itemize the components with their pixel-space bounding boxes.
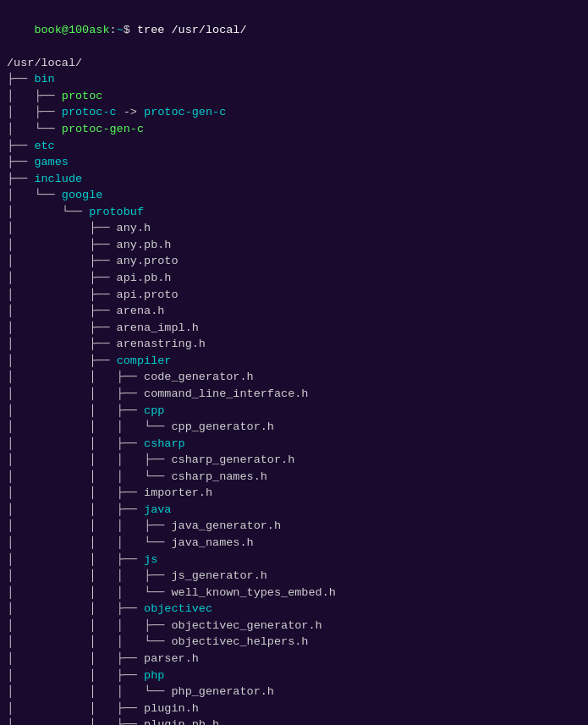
tree-line: ├── games <box>7 154 581 171</box>
tree-line: │ │ │ └── java_names.h <box>7 535 581 552</box>
tree-line: │ ├── arena.h <box>7 303 581 320</box>
tree-line: │ │ ├── parser.h <box>7 651 581 667</box>
tree-line: │ │ │ ├── java_generator.h <box>7 518 581 535</box>
tree-line: │ │ ├── command_line_interface.h <box>7 386 581 403</box>
root-path: /usr/local/ <box>7 55 581 72</box>
tree-line: │ │ ├── csharp <box>7 436 581 453</box>
tree-line: │ │ │ ├── js_generator.h <box>7 568 581 585</box>
tree-line: │ ├── protoc <box>7 88 581 105</box>
tree-line: │ │ ├── cpp <box>7 403 581 420</box>
tree-line: │ ├── compiler <box>7 353 581 370</box>
tree-line: │ │ ├── js <box>7 552 581 568</box>
prompt-path: ~ <box>117 24 124 36</box>
tree-line: ├── etc <box>7 138 581 155</box>
tree-line: │ └── protoc-gen-c <box>7 121 581 138</box>
tree-line: │ │ ├── java <box>7 502 581 519</box>
tree-line: ├── include <box>7 171 581 188</box>
prompt-user: book@100ask <box>34 24 109 36</box>
tree-line: │ │ ├── php <box>7 667 581 684</box>
tree-line: │ ├── any.h <box>7 220 581 237</box>
prompt-line: book@100ask:~$ tree /usr/local/ <box>7 5 581 55</box>
tree-line: │ ├── any.proto <box>7 253 581 270</box>
tree-line: │ │ │ └── cpp_generator.h <box>7 419 581 436</box>
tree-line: │ │ │ └── php_generator.h <box>7 684 581 700</box>
tree-output: /usr/local/ ├── bin │ ├── protoc │ ├── p… <box>7 55 581 725</box>
tree-line: │ │ │ ├── objectivec_generator.h <box>7 618 581 634</box>
tree-line: │ │ │ └── well_known_types_embed.h <box>7 585 581 601</box>
tree-line: │ │ ├── code_generator.h <box>7 369 581 386</box>
tree-line: │ ├── protoc-c -> protoc-gen-c <box>7 104 581 121</box>
tree-line: │ ├── any.pb.h <box>7 237 581 254</box>
tree-line: │ ├── api.pb.h <box>7 270 581 287</box>
tree-line: ├── bin <box>7 71 581 88</box>
tree-line: │ │ ├── objectivec <box>7 601 581 618</box>
tree-line: │ ├── arenastring.h <box>7 336 581 353</box>
tree-line: │ └── protobuf <box>7 204 581 221</box>
tree-line: │ └── google <box>7 187 581 204</box>
tree-line: │ │ │ └── objectivec_helpers.h <box>7 634 581 651</box>
terminal-window: book@100ask:~$ tree /usr/local/ /usr/loc… <box>7 5 581 725</box>
tree-line: │ │ │ ├── csharp_generator.h <box>7 452 581 469</box>
tree-line: │ │ ├── plugin.h <box>7 700 581 717</box>
prompt-command: tree /usr/local/ <box>137 24 247 36</box>
tree-line: │ │ ├── importer.h <box>7 485 581 502</box>
tree-line: │ ├── api.proto <box>7 287 581 304</box>
tree-line: │ ├── arena_impl.h <box>7 320 581 337</box>
tree-line: │ │ ├── plugin.pb.h <box>7 717 581 725</box>
tree-line: │ │ │ └── csharp_names.h <box>7 469 581 486</box>
